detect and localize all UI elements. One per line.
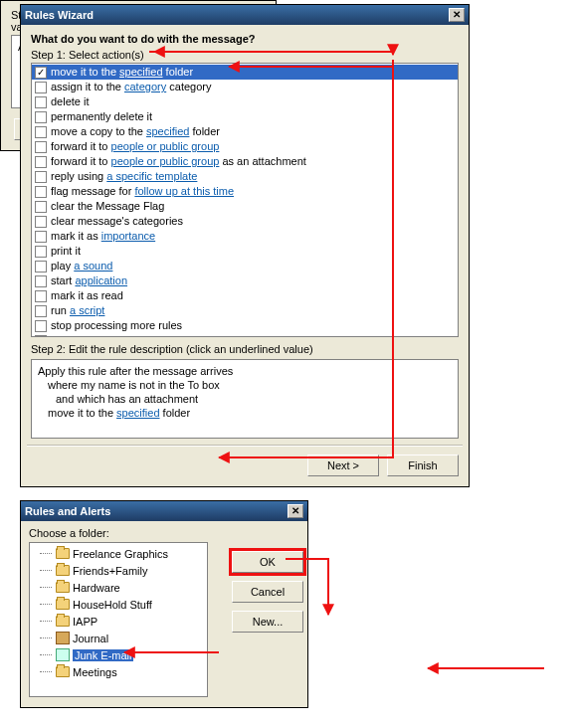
checkbox[interactable]: ✓ — [35, 67, 47, 79]
action-param-link[interactable]: specified — [119, 66, 162, 78]
folder-row[interactable]: HouseHold Stuff — [32, 596, 205, 613]
checkbox[interactable] — [35, 290, 47, 302]
folder-row[interactable]: IAPP — [32, 613, 205, 630]
action-row[interactable]: move a copy to the specified folder — [32, 124, 458, 139]
finish-button[interactable]: Finish — [387, 455, 459, 476]
close-icon[interactable]: ✕ — [449, 8, 465, 22]
actions-list[interactable]: ✓move it to the specified folderassign i… — [31, 63, 459, 337]
action-text: play a sound — [51, 259, 112, 273]
journal-icon — [56, 632, 70, 644]
folder-label: HouseHold Stuff — [73, 599, 152, 611]
action-param-link[interactable]: application — [75, 274, 127, 286]
folder-picker-titlebar[interactable]: Rules and Alerts ✕ — [21, 501, 307, 521]
cancel-button[interactable]: Cancel — [232, 581, 303, 603]
folder-icon — [56, 548, 70, 559]
checkbox[interactable] — [35, 82, 47, 93]
folder-icon — [56, 582, 70, 593]
checkbox[interactable] — [35, 275, 47, 287]
action-row[interactable]: stop processing more rules — [32, 318, 458, 333]
action-row[interactable]: clear message's categories — [32, 214, 458, 229]
action-param-link[interactable]: importance — [101, 230, 155, 242]
action-text: reply using a specific template — [51, 169, 197, 184]
folder-row[interactable]: Friends+Family — [32, 562, 205, 579]
action-row[interactable]: mark it as read — [32, 288, 458, 303]
folder-picker-title: Rules and Alerts — [25, 505, 110, 517]
rules-wizard-title: Rules Wizard — [25, 9, 94, 21]
checkbox[interactable] — [35, 96, 47, 108]
new-folder-button[interactable]: New... — [232, 611, 303, 633]
ok-button[interactable]: OK — [232, 551, 303, 573]
checkbox[interactable] — [35, 246, 47, 258]
action-param-link[interactable]: a specific template — [106, 170, 197, 182]
checkbox[interactable] — [35, 156, 47, 168]
folder-row[interactable]: Hardware — [32, 579, 205, 596]
action-text: stop processing more rules — [51, 318, 182, 333]
desc-line: move it to the specified folder — [38, 406, 452, 420]
action-row[interactable]: play a sound — [32, 259, 458, 273]
action-text: print it — [51, 244, 81, 259]
folder-row[interactable]: Journal — [32, 630, 205, 646]
desc-line: Apply this rule after the message arrive… — [38, 364, 452, 378]
action-param-link[interactable]: category — [124, 81, 166, 92]
folder-icon — [56, 565, 70, 576]
action-row[interactable]: permanently delete it — [32, 109, 458, 124]
checkbox[interactable] — [35, 320, 47, 332]
action-param-link[interactable]: a script — [70, 304, 104, 316]
rule-description-box: Apply this rule after the message arrive… — [31, 359, 459, 439]
checkbox[interactable] — [35, 111, 47, 123]
checkbox[interactable] — [35, 231, 47, 243]
action-row[interactable]: forward it to people or public group — [32, 139, 458, 154]
action-text: forward it to people or public group — [51, 139, 219, 154]
next-button[interactable]: Next > — [307, 455, 379, 476]
folder-row[interactable]: Meetings — [32, 663, 205, 680]
action-row[interactable]: delete it — [32, 94, 458, 109]
action-row[interactable]: run a script — [32, 303, 458, 318]
action-row[interactable]: print it — [32, 244, 458, 259]
action-text: permanently delete it — [51, 109, 152, 124]
checkbox[interactable] — [35, 216, 47, 228]
action-param-link[interactable]: follow up at this time — [134, 185, 234, 197]
action-text: mark it as read — [51, 288, 123, 303]
checkbox[interactable] — [35, 305, 47, 317]
folder-row[interactable]: Freelance Graphics — [32, 545, 205, 562]
action-text: assign it to the category category — [51, 80, 211, 94]
folder-label: Junk E-mail — [73, 649, 133, 661]
checkbox[interactable] — [35, 126, 47, 138]
folder-icon — [56, 616, 70, 627]
action-row[interactable]: start application — [32, 273, 458, 288]
divider — [27, 445, 463, 447]
action-row[interactable]: forward it to people or public group as … — [32, 154, 458, 169]
specified-link[interactable]: specified — [116, 407, 159, 419]
action-row[interactable]: clear the Message Flag — [32, 199, 458, 214]
action-param-link[interactable]: specified — [146, 125, 189, 137]
folder-icon — [56, 666, 70, 677]
action-row[interactable]: assign it to the category category — [32, 80, 458, 94]
folder-tree[interactable]: Freelance GraphicsFriends+FamilyHardware… — [29, 542, 208, 697]
close-icon[interactable]: ✕ — [288, 504, 303, 518]
action-param-link[interactable]: people or public group — [111, 140, 220, 152]
action-text: delete it — [51, 94, 90, 109]
checkbox[interactable] — [35, 201, 47, 213]
action-row[interactable]: flag message for follow up at this time — [32, 184, 458, 199]
folder-label: Meetings — [73, 666, 117, 678]
folder-label: Friends+Family — [73, 565, 148, 577]
checkbox[interactable] — [35, 141, 47, 153]
action-text: move a copy to the specified folder — [51, 124, 220, 139]
choose-folder-label: Choose a folder: — [29, 527, 299, 539]
folder-label: Freelance Graphics — [73, 548, 168, 560]
action-param-link[interactable]: a sound — [74, 260, 112, 272]
question-text: What do you want to do with the message? — [31, 33, 459, 45]
action-text: clear the Message Flag — [51, 199, 164, 214]
step2-label: Step 2: Edit the rule description (click… — [31, 343, 459, 355]
action-row[interactable]: ✓move it to the specified folder — [32, 65, 458, 80]
action-text: start application — [51, 273, 127, 288]
action-text: mark it as importance — [51, 229, 155, 244]
action-param-link[interactable]: people or public group — [111, 155, 220, 167]
folder-row[interactable]: Junk E-mail — [32, 646, 205, 663]
rules-wizard-titlebar[interactable]: Rules Wizard ✕ — [21, 5, 469, 25]
action-row[interactable]: mark it as importance — [32, 229, 458, 244]
action-row[interactable]: reply using a specific template — [32, 169, 458, 184]
checkbox[interactable] — [35, 186, 47, 198]
checkbox[interactable] — [35, 171, 47, 183]
checkbox[interactable] — [35, 261, 47, 273]
